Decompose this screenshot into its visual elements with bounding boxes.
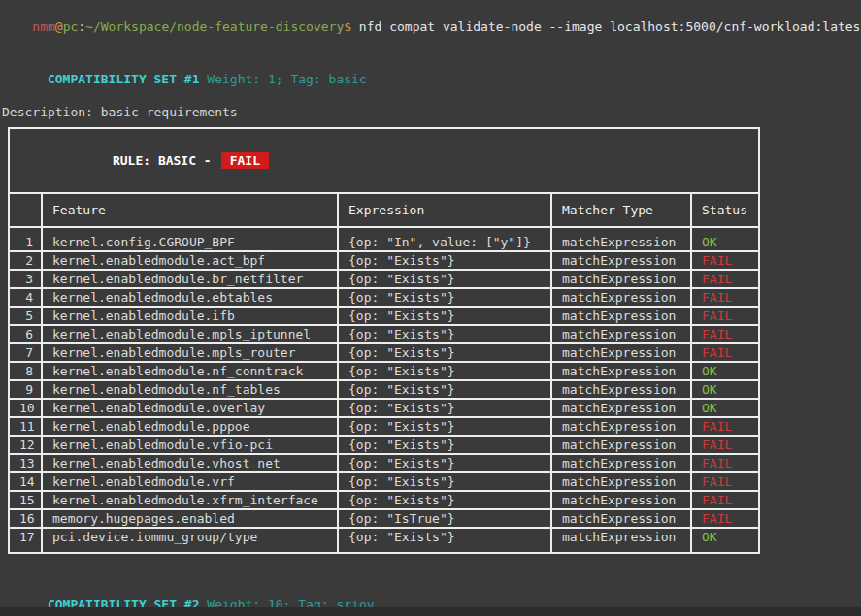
row-index-cell: 9 — [9, 380, 42, 399]
rule-header-row: RULE: BASIC -FAIL — [9, 128, 759, 193]
feature-cell: kernel.enabledmodule.pppoe — [42, 417, 338, 436]
table-row: 4kernel.enabledmodule.ebtables{op: "Exis… — [9, 288, 759, 307]
feature-cell: kernel.enabledmodule.mpls_router — [42, 343, 338, 362]
column-header-status: Status — [691, 193, 759, 227]
expression-cell: {op: "Exists"} — [338, 270, 551, 288]
table-row: 2kernel.enabledmodule.act_bpf{op: "Exist… — [9, 251, 759, 270]
row-index-cell: 13 — [9, 454, 42, 472]
command-text: nfd compat validate-node --image localho… — [351, 19, 861, 34]
row-index-cell: 10 — [9, 399, 42, 417]
column-header-expression: Expression — [338, 193, 551, 227]
matcher-type-cell: matchExpression — [551, 399, 691, 417]
table-row: 11kernel.enabledmodule.pppoe{op: "Exists… — [9, 417, 759, 436]
status-cell: FAIL — [691, 251, 759, 270]
table-body: 1kernel.config.CGROUP_BPF{op: "In", valu… — [9, 227, 759, 553]
feature-cell: kernel.enabledmodule.nf_tables — [42, 380, 338, 399]
table-row: 5kernel.enabledmodule.ifb{op: "Exists"}m… — [9, 307, 759, 325]
terminal-window[interactable]: nmm@pc:~/Workspace/node-feature-discover… — [0, 0, 861, 616]
status-cell: FAIL — [691, 288, 759, 307]
feature-cell: kernel.enabledmodule.act_bpf — [42, 251, 338, 270]
expression-cell: {op: "Exists"} — [338, 399, 551, 417]
matcher-type-cell: matchExpression — [551, 307, 691, 325]
prompt-dollar: $ — [344, 19, 351, 34]
status-cell: OK — [691, 227, 759, 251]
matcher-type-cell: matchExpression — [551, 325, 691, 343]
table-row: 14kernel.enabledmodule.vrf{op: "Exists"}… — [9, 472, 759, 491]
table-row: 17pci.device.iommu_group/type{op: "Exist… — [9, 528, 759, 553]
table-row: 6kernel.enabledmodule.mpls_iptunnel{op: … — [9, 325, 759, 343]
matcher-type-cell: matchExpression — [551, 343, 691, 362]
expression-cell: {op: "Exists"} — [338, 307, 551, 325]
feature-cell: kernel.enabledmodule.xfrm_interface — [42, 491, 338, 509]
row-index-cell: 6 — [9, 325, 42, 343]
status-cell: FAIL — [691, 270, 759, 288]
row-index-cell: 12 — [9, 436, 42, 454]
row-index-cell: 4 — [9, 288, 42, 307]
table-row: 3kernel.enabledmodule.br_netfilter{op: "… — [9, 270, 759, 288]
matcher-type-cell: matchExpression — [551, 436, 691, 454]
matcher-type-cell: matchExpression — [551, 528, 691, 553]
expression-cell: {op: "Exists"} — [338, 454, 551, 472]
expression-cell: {op: "Exists"} — [338, 528, 551, 553]
feature-cell: kernel.enabledmodule.vfio-pci — [42, 436, 338, 454]
status-cell: FAIL — [691, 436, 759, 454]
feature-cell: memory.hugepages.enabled — [42, 509, 338, 528]
expression-cell: {op: "In", value: ["y"]} — [338, 227, 551, 251]
matcher-type-cell: matchExpression — [551, 417, 691, 436]
expression-cell: {op: "Exists"} — [338, 417, 551, 436]
matcher-type-cell: matchExpression — [551, 362, 691, 380]
expression-cell: {op: "Exists"} — [338, 380, 551, 399]
table-row: 13kernel.enabledmodule.vhost_net{op: "Ex… — [9, 454, 759, 472]
prompt-separator: : — [78, 19, 85, 34]
table-row: 15kernel.enabledmodule.xfrm_interface{op… — [9, 491, 759, 509]
row-index-cell: 3 — [9, 270, 42, 288]
table-row: 10kernel.enabledmodule.overlay{op: "Exis… — [9, 399, 759, 417]
row-index-cell: 11 — [9, 417, 42, 436]
feature-cell: kernel.enabledmodule.vhost_net — [42, 454, 338, 472]
rule-table-basic: RULE: BASIC -FAIL Feature Expression Mat… — [8, 127, 760, 554]
expression-cell: {op: "Exists"} — [338, 472, 551, 491]
column-header-feature: Feature — [42, 193, 338, 227]
set-title: COMPATIBILITY SET #1 — [48, 72, 200, 86]
rule-label: RULE: BASIC - — [113, 153, 212, 168]
table-row: 1kernel.config.CGROUP_BPF{op: "In", valu… — [9, 227, 759, 251]
set-description: Description: basic requirements — [2, 104, 861, 120]
expression-cell: {op: "Exists"} — [338, 325, 551, 343]
status-cell: FAIL — [691, 472, 759, 491]
status-cell: OK — [691, 399, 759, 417]
matcher-type-cell: matchExpression — [551, 509, 691, 528]
status-cell: FAIL — [691, 343, 759, 362]
column-header-matcher: Matcher Type — [551, 193, 691, 227]
prompt-host: pc — [63, 19, 79, 34]
matcher-type-cell: matchExpression — [551, 491, 691, 509]
status-cell: OK — [691, 528, 759, 553]
table-row: 9kernel.enabledmodule.nf_tables{op: "Exi… — [9, 380, 759, 399]
matcher-type-cell: matchExpression — [551, 380, 691, 399]
expression-cell: {op: "Exists"} — [338, 362, 551, 380]
matcher-type-cell: matchExpression — [551, 227, 691, 251]
feature-cell: kernel.config.CGROUP_BPF — [42, 227, 338, 251]
rule-status-badge: FAIL — [221, 152, 269, 169]
column-header-index — [9, 193, 42, 227]
prompt-line: nmm@pc:~/Workspace/node-feature-discover… — [2, 2, 861, 51]
row-index-cell: 5 — [9, 307, 42, 325]
feature-cell: kernel.enabledmodule.nf_conntrack — [42, 362, 338, 380]
status-cell: OK — [691, 362, 759, 380]
status-cell: OK — [691, 380, 759, 399]
row-index-cell: 8 — [9, 362, 42, 380]
expression-cell: {op: "Exists"} — [338, 491, 551, 509]
feature-cell: kernel.enabledmodule.ifb — [42, 307, 338, 325]
status-cell: FAIL — [691, 454, 759, 472]
row-index-cell: 17 — [9, 528, 42, 553]
compatibility-set-1: COMPATIBILITY SET #1 Weight: 1; Tag: bas… — [2, 54, 861, 554]
row-index-cell: 16 — [9, 509, 42, 528]
table-row: 16memory.hugepages.enabled{op: "IsTrue"}… — [9, 509, 759, 528]
expression-cell: {op: "Exists"} — [338, 343, 551, 362]
feature-cell: kernel.enabledmodule.vrf — [42, 472, 338, 491]
expression-cell: {op: "Exists"} — [338, 288, 551, 307]
feature-cell: kernel.enabledmodule.br_netfilter — [42, 270, 338, 288]
window-bottom-edge — [0, 607, 861, 616]
expression-cell: {op: "IsTrue"} — [338, 509, 551, 528]
prompt-user: nmm — [32, 19, 54, 34]
table-row: 8kernel.enabledmodule.nf_conntrack{op: "… — [9, 362, 759, 380]
